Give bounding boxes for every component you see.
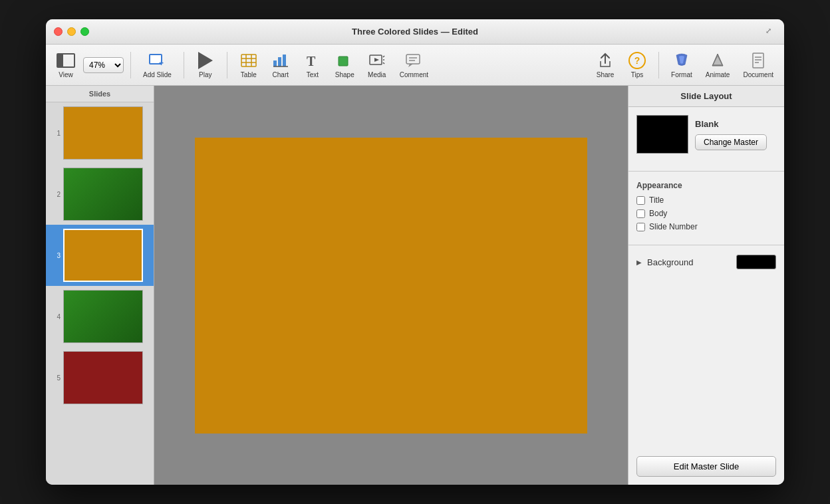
share-icon — [596, 51, 615, 70]
document-button[interactable]: Document — [738, 49, 779, 81]
slide-thumbnail-1 — [63, 106, 143, 160]
divider-1 — [628, 171, 784, 172]
window-title: Three Colored Slides — Edited — [352, 27, 478, 37]
svg-rect-21 — [753, 53, 763, 68]
chart-icon — [271, 51, 290, 70]
add-slide-button[interactable]: + Add Slide — [138, 49, 177, 81]
chart-label: Chart — [273, 71, 289, 78]
shape-label: Shape — [335, 71, 354, 78]
separator-1 — [130, 52, 131, 78]
body-checkbox[interactable] — [636, 209, 645, 218]
close-button[interactable] — [54, 27, 63, 36]
background-color-swatch[interactable] — [736, 255, 776, 269]
slide-canvas — [195, 138, 587, 434]
slide-number-1: 1 — [50, 130, 61, 137]
document-label: Document — [743, 71, 773, 78]
main-content: Slides 1 2 3 4 5 — [46, 86, 784, 485]
slides-panel: Slides 1 2 3 4 5 — [46, 86, 154, 485]
background-section: ▶ Background — [628, 248, 784, 276]
separator-2 — [184, 52, 184, 78]
view-button[interactable]: View — [51, 49, 80, 81]
view-icon — [57, 51, 75, 70]
animate-label: Animate — [706, 71, 730, 78]
format-icon — [672, 51, 691, 70]
master-info: Blank Change Master — [695, 119, 767, 150]
slide-thumbnail-5 — [63, 351, 143, 404]
shape-button[interactable]: Shape — [330, 49, 360, 81]
text-label: Text — [307, 71, 319, 78]
play-icon — [196, 51, 215, 70]
text-icon: T — [303, 51, 322, 70]
slide-thumbnail-2 — [63, 168, 143, 221]
slide-number-checkbox[interactable] — [636, 223, 645, 231]
slide-thumbnail-3 — [63, 229, 143, 282]
slide-item-3[interactable]: 3 — [46, 225, 154, 286]
svg-rect-9 — [283, 55, 286, 66]
slide-thumbnail-4 — [63, 290, 143, 343]
tips-label: Tips — [631, 71, 644, 78]
table-button[interactable]: Table — [234, 49, 263, 81]
master-section: Blank Change Master — [628, 107, 784, 168]
tips-button[interactable]: ? Tips — [622, 49, 652, 81]
comment-label: Comment — [400, 71, 428, 78]
add-slide-icon: + — [148, 51, 166, 70]
slide-item-1[interactable]: 1 — [46, 102, 154, 164]
text-button[interactable]: T Text — [298, 49, 327, 81]
body-checkbox-row: Body — [636, 209, 776, 218]
slide-item-4[interactable]: 4 — [46, 286, 154, 347]
play-button[interactable]: Play — [191, 49, 220, 81]
add-slide-label: Add Slide — [143, 71, 172, 78]
svg-rect-7 — [273, 61, 277, 66]
slide-item-2[interactable]: 2 — [46, 164, 154, 225]
share-button[interactable]: Share — [591, 49, 620, 81]
titlebar: Three Colored Slides — Edited ⤢ — [46, 19, 784, 45]
svg-text:T: T — [307, 54, 316, 68]
traffic-lights — [54, 27, 89, 36]
animate-icon — [708, 51, 727, 70]
appearance-title: Appearance — [636, 181, 776, 190]
fullscreen-icon[interactable]: ⤢ — [765, 27, 776, 37]
media-button[interactable]: Media — [362, 49, 392, 81]
minimize-button[interactable] — [67, 27, 76, 36]
slide-item-5[interactable]: 5 — [46, 347, 154, 408]
svg-rect-12 — [339, 57, 348, 66]
comment-icon — [404, 51, 423, 70]
slide-number-label: Slide Number — [649, 222, 698, 231]
background-label: Background — [647, 257, 731, 267]
slide-number-2: 2 — [50, 191, 61, 198]
title-checkbox[interactable] — [636, 196, 645, 205]
divider-2 — [628, 245, 784, 245]
title-checkbox-row: Title — [636, 195, 776, 205]
zoom-select[interactable]: 47% 25% 50% 75% 100% — [83, 57, 124, 73]
separator-3 — [227, 52, 227, 78]
svg-rect-8 — [278, 57, 281, 66]
separator-4 — [658, 52, 659, 78]
slide-number-3: 3 — [50, 252, 61, 259]
appearance-section: Appearance Title Body Slide Number — [628, 174, 784, 242]
right-panel: Slide Layout Blank Change Master Appeara… — [628, 86, 784, 485]
title-label: Title — [649, 195, 664, 205]
body-label: Body — [649, 209, 667, 218]
slide-number-5: 5 — [50, 374, 61, 382]
chart-button[interactable]: Chart — [266, 49, 295, 81]
slides-panel-header: Slides — [46, 86, 154, 102]
master-preview: Blank Change Master — [636, 115, 776, 154]
toolbar: View 47% 25% 50% 75% 100% + Add Slide — [46, 45, 784, 86]
animate-button[interactable]: Animate — [700, 49, 736, 81]
table-label: Table — [241, 71, 257, 78]
view-label: View — [59, 71, 73, 78]
shape-icon — [335, 51, 354, 70]
tips-icon: ? — [628, 51, 646, 70]
format-button[interactable]: Format — [666, 49, 698, 81]
maximize-button[interactable] — [80, 27, 89, 36]
background-row[interactable]: ▶ Background — [636, 255, 776, 269]
master-thumbnail — [636, 115, 688, 154]
slide-number-4: 4 — [50, 313, 61, 320]
master-name: Blank — [695, 119, 767, 129]
media-icon — [368, 51, 386, 70]
canvas-area[interactable] — [154, 86, 628, 485]
change-master-button[interactable]: Change Master — [695, 134, 767, 150]
comment-button[interactable]: Comment — [394, 49, 434, 81]
edit-master-slide-button[interactable]: Edit Master Slide — [636, 456, 776, 477]
disclosure-triangle-icon: ▶ — [636, 259, 642, 266]
